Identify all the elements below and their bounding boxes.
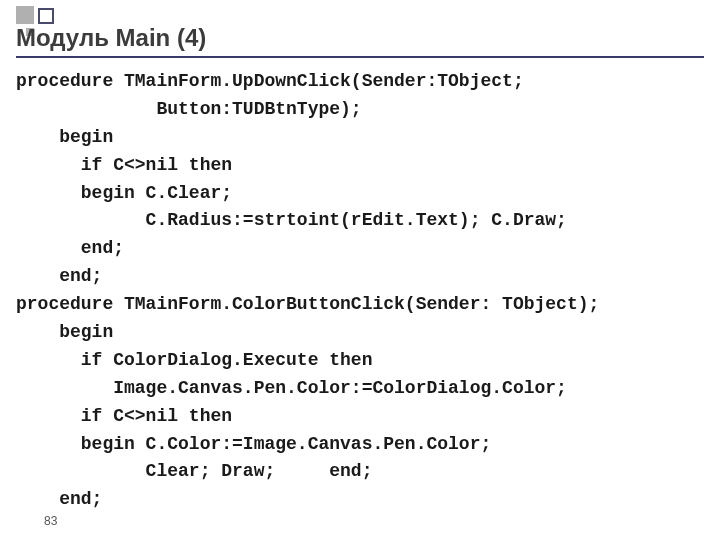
page-number: 83 [44, 514, 57, 528]
code-line: procedure TMainForm.UpDownClick(Sender:T… [16, 71, 524, 91]
code-line: if C<>nil then [16, 406, 232, 426]
code-line: begin C.Clear; [16, 183, 232, 203]
code-line: if ColorDialog.Execute then [16, 350, 372, 370]
code-line: C.Radius:=strtoint(rEdit.Text); C.Draw; [16, 210, 567, 230]
code-line: if C<>nil then [16, 155, 232, 175]
code-line: Button:TUDBtnType); [16, 99, 362, 119]
slide-title: Модуль Main (4) [16, 24, 206, 52]
code-line: Image.Canvas.Pen.Color:=ColorDialog.Colo… [16, 378, 567, 398]
title-underline [16, 56, 704, 58]
code-block: procedure TMainForm.UpDownClick(Sender:T… [16, 68, 704, 514]
code-line: begin [16, 127, 113, 147]
logo-square-gray [16, 6, 34, 24]
code-line: begin C.Color:=Image.Canvas.Pen.Color; [16, 434, 491, 454]
code-line: Clear; Draw; end; [16, 461, 372, 481]
code-line: begin [16, 322, 113, 342]
code-line: end; [16, 489, 102, 509]
code-line: end; [16, 238, 124, 258]
code-line: end; [16, 266, 102, 286]
logo-square-outline [38, 8, 54, 24]
code-line: procedure TMainForm.ColorButtonClick(Sen… [16, 294, 599, 314]
slide: Модуль Main (4) procedure TMainForm.UpDo… [0, 0, 720, 540]
